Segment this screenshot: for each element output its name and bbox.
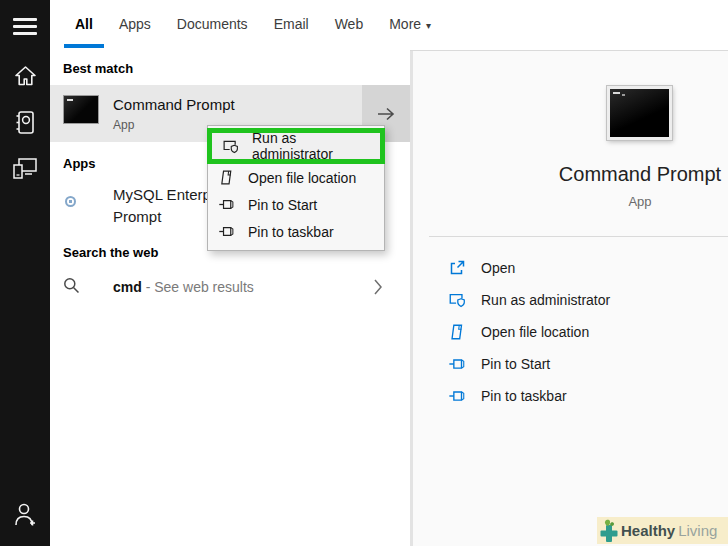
search-query: cmd xyxy=(113,279,142,295)
menu-item-label: Pin to Start xyxy=(248,197,317,213)
action-pin-to-start[interactable]: Pin to Start xyxy=(448,354,550,374)
preview-title: Command Prompt xyxy=(559,163,721,185)
web-result-suffix: - See web results xyxy=(142,279,254,295)
pin-icon xyxy=(218,223,235,240)
open-icon xyxy=(448,259,466,277)
menu-item-label: Run as administrator xyxy=(252,130,380,162)
action-pin-to-taskbar[interactable]: Pin to taskbar xyxy=(448,386,567,406)
hamburger-menu-icon[interactable] xyxy=(0,18,50,35)
add-user-icon[interactable] xyxy=(0,501,50,529)
run-as-administrator-icon xyxy=(222,138,239,155)
pin-icon xyxy=(218,196,235,213)
best-match-title: Command Prompt xyxy=(113,96,235,113)
web-result-text: cmd - See web results xyxy=(113,279,254,295)
pin-icon xyxy=(448,355,466,373)
command-prompt-icon xyxy=(63,95,99,124)
search-filter-tabs: All Apps Documents Email Web More▾ xyxy=(75,16,431,32)
tab-documents[interactable]: Documents xyxy=(177,16,248,32)
best-match-subtitle: App xyxy=(113,118,134,132)
menu-item-pin-to-taskbar[interactable]: Pin to taskbar xyxy=(208,218,384,245)
preview-subtitle: App xyxy=(628,194,651,209)
pin-icon xyxy=(448,387,466,405)
tab-apps[interactable]: Apps xyxy=(119,16,151,32)
windows-search-panel: All Apps Documents Email Web More▾ Best … xyxy=(0,0,728,546)
action-run-as-administrator[interactable]: Run as administrator xyxy=(448,290,610,310)
web-search-result[interactable]: cmd - See web results xyxy=(50,268,410,306)
search-web-header: Search the web xyxy=(63,245,158,260)
caret-down-icon: ▾ xyxy=(426,20,431,31)
menu-item-pin-to-start[interactable]: Pin to Start xyxy=(208,191,384,218)
file-location-icon xyxy=(218,169,235,186)
tab-more[interactable]: More▾ xyxy=(389,16,431,32)
apps-header: Apps xyxy=(63,156,96,171)
action-label: Pin to taskbar xyxy=(481,388,567,404)
search-icon xyxy=(63,277,80,294)
menu-item-label: Pin to taskbar xyxy=(248,224,334,240)
watermark-light-text: Living xyxy=(678,522,717,539)
action-open[interactable]: Open xyxy=(448,258,515,278)
best-match-header: Best match xyxy=(63,61,133,76)
action-open-file-location[interactable]: Open file location xyxy=(448,322,589,342)
arrow-right-icon xyxy=(376,106,396,122)
action-label: Run as administrator xyxy=(481,292,610,308)
tab-web[interactable]: Web xyxy=(335,16,364,32)
action-label: Open file location xyxy=(481,324,589,340)
run-as-administrator-icon xyxy=(448,291,466,309)
file-location-icon xyxy=(448,323,466,341)
devices-icon[interactable] xyxy=(0,157,50,180)
menu-item-open-file-location[interactable]: Open file location xyxy=(208,164,384,191)
action-label: Pin to Start xyxy=(481,356,550,372)
context-menu: Run as administrator Open file location … xyxy=(207,125,385,251)
healthy-living-logo-icon xyxy=(598,519,620,543)
menu-item-label: Open file location xyxy=(248,170,356,186)
chevron-right-icon xyxy=(373,278,383,296)
journal-icon[interactable] xyxy=(0,110,50,136)
action-label: Open xyxy=(481,260,515,276)
watermark-bold-text: Healthy xyxy=(621,522,675,539)
healthy-living-watermark: Healthy Living xyxy=(597,517,728,544)
sidebar xyxy=(0,0,50,546)
preview-divider xyxy=(429,236,728,237)
mysql-app-icon xyxy=(65,196,76,207)
menu-item-run-as-administrator[interactable]: Run as administrator xyxy=(207,128,385,164)
tab-more-label: More xyxy=(389,16,421,32)
tab-all[interactable]: All xyxy=(75,16,93,32)
app-result-line2: Prompt xyxy=(113,208,161,225)
tab-email[interactable]: Email xyxy=(274,16,309,32)
command-prompt-icon-large xyxy=(607,86,672,140)
home-icon[interactable] xyxy=(0,65,50,87)
